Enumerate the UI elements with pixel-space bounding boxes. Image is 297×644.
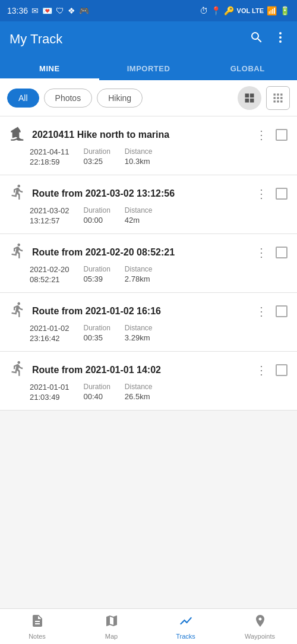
track-menu-icon[interactable]: ⋮ (253, 125, 270, 144)
track-title: Route from 2021-03-02 13:12:56 (32, 188, 247, 199)
duration-label: Duration (84, 206, 110, 214)
filter-all[interactable]: All (7, 89, 39, 108)
battery-icon: 🔋 (280, 6, 290, 15)
track-time: 13:12:57 (30, 216, 69, 225)
track-distance: 26.5km (125, 392, 153, 401)
nav-map-label: Map (105, 633, 118, 640)
nav-waypoints-label: Waypoints (245, 633, 275, 640)
list-item[interactable]: Route from 2021-01-02 16:16 ⋮ 2021-01-02… (0, 293, 297, 352)
track-distance: 3.29km (125, 333, 153, 342)
svg-rect-14 (277, 100, 279, 102)
filter-photos[interactable]: Photos (44, 89, 93, 108)
track-time: 08:52:21 (30, 275, 69, 284)
track-date: 2021-01-02 (30, 324, 69, 333)
duration-label: Duration (84, 324, 110, 332)
tab-global[interactable]: GLOBAL (198, 57, 297, 80)
key-icon: 🔑 (224, 6, 234, 15)
nav-waypoints[interactable]: Waypoints (223, 614, 297, 640)
track-menu-icon[interactable]: ⋮ (253, 302, 270, 321)
main-tabs: MINE IMPORTED GLOBAL (0, 57, 297, 80)
list-item[interactable]: 20210411 Hike north to marina ⋮ 2021-04-… (0, 116, 297, 175)
track-menu-icon[interactable]: ⋮ (253, 361, 270, 380)
track-distance: 42m (125, 216, 153, 225)
track-duration: 00:00 (84, 216, 110, 225)
mail-icon: 💌 (42, 6, 52, 15)
svg-rect-10 (274, 97, 276, 99)
nav-notes-label: Notes (29, 633, 46, 640)
distance-label: Distance (125, 265, 153, 273)
walk-icon (10, 301, 26, 321)
track-duration: 00:40 (84, 392, 110, 401)
layers-icon: ❖ (68, 6, 75, 15)
app-header: My Track (0, 21, 297, 57)
track-time: 23:16:42 (30, 334, 69, 343)
track-date: 2021-04-11 (30, 147, 69, 156)
tracks-icon (179, 614, 193, 632)
view-dots-button[interactable] (266, 86, 290, 110)
more-options-icon[interactable] (273, 30, 287, 48)
track-list: 20210411 Hike north to marina ⋮ 2021-04-… (0, 116, 297, 411)
tab-imported[interactable]: IMPORTED (99, 57, 198, 80)
search-icon[interactable] (249, 30, 264, 48)
svg-rect-12 (280, 97, 282, 99)
walk-icon (10, 360, 26, 380)
svg-rect-9 (280, 94, 282, 96)
svg-rect-6 (250, 99, 254, 103)
filter-bar: All Photos Hiking (0, 80, 297, 116)
track-menu-icon[interactable]: ⋮ (253, 184, 270, 203)
tab-mine[interactable]: MINE (0, 57, 99, 80)
network-icon: VOL LTE (237, 7, 264, 14)
distance-label: Distance (125, 324, 153, 332)
svg-rect-4 (250, 94, 254, 98)
list-item[interactable]: Route from 2021-01-01 14:02 ⋮ 2021-01-01… (0, 352, 297, 411)
filter-hiking[interactable]: Hiking (97, 89, 143, 108)
distance-label: Distance (125, 206, 153, 214)
status-right: ⏱ 📍 🔑 VOL LTE 📶 🔋 (200, 6, 290, 15)
header-actions (249, 30, 287, 48)
track-duration: 00:35 (84, 333, 110, 342)
svg-rect-13 (274, 100, 276, 102)
duration-label: Duration (84, 147, 110, 156)
nav-notes[interactable]: Notes (0, 614, 74, 640)
waypoints-icon (253, 614, 267, 632)
svg-rect-8 (277, 94, 279, 96)
location-icon: 📍 (211, 6, 221, 15)
track-checkbox[interactable] (276, 305, 287, 317)
svg-point-1 (279, 36, 282, 39)
shield-icon: 🛡 (56, 6, 64, 15)
track-duration: 03:25 (84, 157, 110, 166)
nav-tracks[interactable]: Tracks (148, 614, 223, 640)
duration-label: Duration (84, 383, 110, 391)
status-left: 13:36 ✉ 💌 🛡 ❖ 🎮 (7, 6, 89, 15)
gamepad-icon: 🎮 (79, 6, 89, 15)
svg-point-0 (279, 32, 282, 34)
track-title: Route from 2021-02-20 08:52:21 (32, 247, 247, 258)
svg-point-2 (279, 40, 282, 43)
status-bar: 13:36 ✉ 💌 🛡 ❖ 🎮 ⏱ 📍 🔑 VOL LTE 📶 🔋 (0, 0, 297, 21)
track-date: 2021-01-01 (30, 383, 69, 392)
svg-rect-15 (280, 100, 282, 102)
track-menu-icon[interactable]: ⋮ (253, 243, 270, 262)
track-duration: 05:39 (84, 274, 110, 283)
track-date: 2021-03-02 (30, 206, 69, 215)
list-item[interactable]: Route from 2021-03-02 13:12:56 ⋮ 2021-03… (0, 175, 297, 234)
boat-icon (10, 125, 26, 145)
track-distance: 10.3km (125, 157, 153, 166)
track-checkbox[interactable] (276, 364, 287, 376)
track-checkbox[interactable] (276, 188, 287, 200)
walk-icon (10, 184, 26, 204)
track-date: 2021-02-20 (30, 265, 69, 274)
distance-label: Distance (125, 383, 153, 391)
track-title: 20210411 Hike north to marina (32, 130, 247, 140)
track-time: 22:18:59 (30, 157, 69, 166)
svg-rect-7 (274, 94, 276, 96)
nav-map[interactable]: Map (74, 614, 148, 640)
track-checkbox[interactable] (276, 129, 287, 141)
bottom-nav: Notes Map Tracks Waypoints (0, 608, 297, 644)
track-checkbox[interactable] (276, 247, 287, 258)
message-icon: ✉ (31, 6, 39, 15)
list-item[interactable]: Route from 2021-02-20 08:52:21 ⋮ 2021-02… (0, 234, 297, 293)
alarm-icon: ⏱ (200, 6, 208, 15)
duration-label: Duration (84, 265, 110, 273)
view-grid-button[interactable] (238, 86, 261, 110)
